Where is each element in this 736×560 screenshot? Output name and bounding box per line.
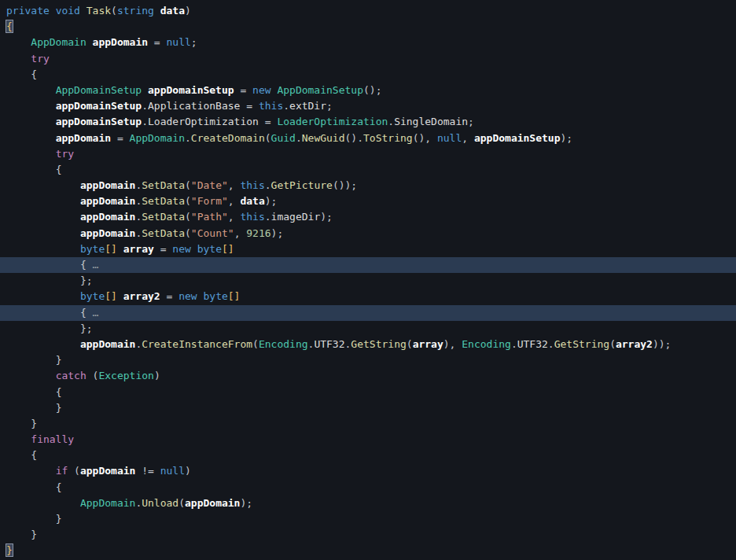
indent-whitespace: [6, 274, 80, 286]
punctuation-token: );: [320, 211, 333, 223]
punctuation-token: (: [185, 195, 191, 207]
punctuation-token: ): [185, 465, 191, 477]
member-token: UTF32: [517, 338, 548, 350]
code-editor[interactable]: private void Task(string data){ AppDomai…: [0, 0, 736, 560]
punctuation-token: .: [265, 179, 271, 191]
whitespace-token: [117, 243, 123, 255]
string-token: "Form": [191, 195, 228, 207]
punctuation-token: ;: [468, 116, 474, 127]
punctuation-token: =: [111, 132, 129, 144]
local-variable-token: appDomain: [80, 211, 135, 223]
code-line: appDomain = AppDomain.CreateDomain(Guid.…: [0, 131, 736, 146]
method-token: SetData: [142, 227, 185, 239]
code-line: {: [0, 162, 736, 178]
indent-whitespace: [6, 418, 31, 429]
punctuation-token: (: [74, 465, 80, 477]
indent-whitespace: [6, 84, 56, 96]
punctuation-token: ;: [191, 36, 197, 48]
whitespace-token: [68, 465, 74, 477]
keyword-token: null: [160, 465, 185, 477]
control-keyword-token: try: [31, 53, 49, 64]
indent-whitespace: [6, 179, 80, 191]
indent-whitespace: [6, 211, 80, 223]
punctuation-token: (: [185, 211, 191, 223]
member-token: LoaderOptimization: [148, 116, 259, 127]
code-line: appDomain.CreateInstanceFrom(Encoding.UT…: [0, 337, 736, 352]
code-line-collapsed-highlight: { …: [0, 305, 736, 321]
punctuation-token: }: [56, 513, 62, 525]
type-token: Exception: [98, 370, 153, 381]
local-variable-token: data: [240, 195, 264, 207]
punctuation-token: (: [265, 132, 271, 144]
punctuation-token: =: [154, 243, 172, 255]
code-line: byte[] array = new byte[]: [0, 241, 736, 257]
code-line: catch (Exception): [0, 368, 736, 384]
punctuation-token: .: [142, 100, 148, 112]
type-token: AppDomainSetup: [277, 84, 363, 96]
keyword-token: byte: [197, 243, 222, 255]
code-line: AppDomain appDomain = null;: [0, 35, 736, 50]
number-token: 9216: [246, 227, 270, 239]
code-line: {: [0, 448, 736, 463]
punctuation-token: ,: [228, 179, 241, 191]
punctuation-token: ());: [333, 179, 357, 191]
punctuation-token: ;: [326, 100, 333, 112]
punctuation-token: };: [80, 322, 93, 334]
indent-whitespace: [6, 100, 56, 112]
member-token: UTF32: [314, 338, 344, 350]
whitespace-token: [191, 243, 197, 255]
indent-whitespace: [6, 386, 56, 398]
indent-whitespace: [6, 227, 80, 239]
punctuation-token: (: [185, 227, 191, 239]
code-line: {: [0, 67, 736, 83]
type-token: Encoding: [462, 338, 511, 350]
code-line: {: [0, 19, 736, 35]
keyword-token: private: [6, 5, 50, 17]
punctuation-token: ,: [228, 211, 241, 223]
punctuation-token: {: [80, 259, 86, 271]
code-line: {: [0, 480, 736, 496]
code-line: appDomain.SetData("Count", 9216);: [0, 226, 736, 241]
member-token: SingleDomain: [394, 116, 468, 127]
method-token: ToString: [363, 132, 413, 144]
punctuation-token: ,: [234, 227, 247, 239]
punctuation-token: (: [407, 338, 413, 350]
collapsed-region-ellipsis[interactable]: …: [93, 307, 99, 319]
punctuation-token: =: [234, 84, 252, 96]
punctuation-token: );: [561, 132, 573, 144]
indent-whitespace: [6, 402, 56, 414]
string-token: "Path": [191, 211, 228, 223]
indent-whitespace: [6, 36, 31, 48]
type-token: AppDomainSetup: [56, 84, 142, 96]
keyword-token: new: [172, 243, 190, 255]
punctuation-token: ),: [443, 338, 462, 350]
punctuation-token: (: [185, 179, 191, 191]
collapsed-region-ellipsis[interactable]: …: [93, 259, 99, 271]
punctuation-token: =: [240, 100, 258, 112]
punctuation-token: {: [31, 68, 37, 80]
keyword-token: this: [259, 100, 283, 112]
indent-whitespace: [6, 529, 31, 540]
code-line: }: [0, 511, 736, 527]
code-line: }: [0, 543, 736, 558]
whitespace-token: [50, 5, 56, 17]
keyword-token: byte: [80, 243, 105, 255]
method-token: Task: [86, 5, 111, 17]
method-token: CreateInstanceFrom: [142, 338, 252, 350]
whitespace-token: [86, 370, 93, 381]
punctuation-token: );: [271, 227, 284, 239]
code-line: }: [0, 527, 736, 543]
bracket-token: []: [105, 290, 117, 302]
bracket-token: []: [105, 243, 117, 255]
local-variable-token: array: [413, 338, 443, 350]
keyword-token: byte: [203, 290, 227, 302]
type-token: Encoding: [259, 338, 308, 350]
local-variable-token: appDomain: [185, 497, 240, 509]
keyword-token: new: [178, 290, 197, 302]
punctuation-token: (: [111, 5, 117, 17]
method-token: CreateDomain: [191, 132, 265, 144]
local-variable-token: data: [160, 5, 185, 17]
whitespace-token: [117, 290, 123, 302]
indent-whitespace: [6, 465, 56, 477]
indent-whitespace: [6, 116, 56, 127]
